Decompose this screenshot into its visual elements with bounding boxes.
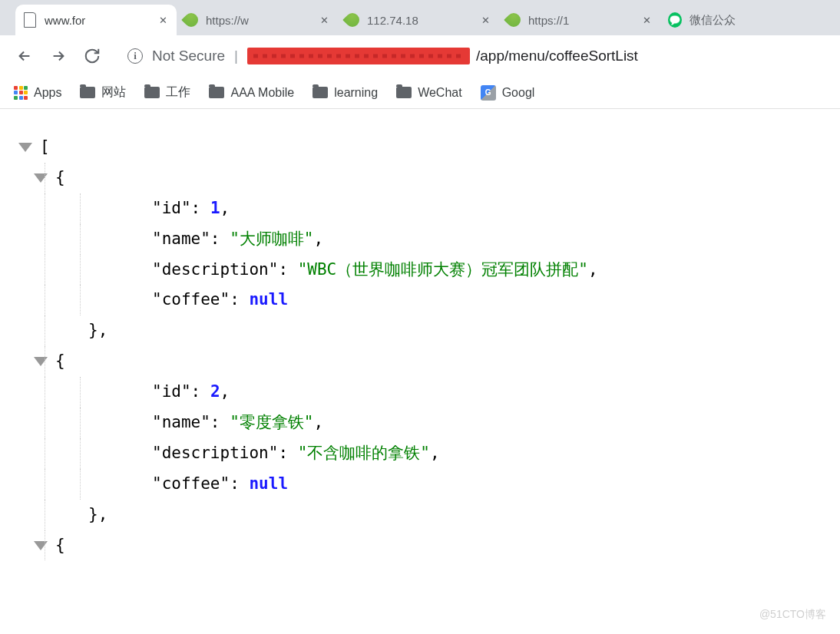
bookmark-label: WeChat (418, 86, 462, 100)
spring-icon (184, 13, 198, 27)
info-icon[interactable] (127, 48, 143, 64)
folder-icon (313, 87, 328, 98)
tab[interactable]: https://1 (499, 5, 660, 35)
bookmark-label: Apps (34, 86, 61, 100)
bookmark-label: Googl (502, 86, 535, 100)
collapse-toggle[interactable] (34, 541, 48, 550)
json-line: "coffee": null (15, 469, 825, 500)
collapse-toggle[interactable] (34, 173, 48, 183)
tab[interactable]: https://w (177, 5, 338, 35)
json-line: "name": "零度拿铁", (15, 408, 825, 438)
tab-title: https://1 (528, 14, 636, 27)
google-translate-icon: G (481, 85, 496, 101)
url-redacted (247, 48, 470, 64)
json-line: "description": "不含咖啡的拿铁", (15, 438, 825, 469)
tab-title: www.for (45, 14, 152, 27)
tab[interactable]: 微信公众 (660, 5, 791, 35)
json-line: { (15, 163, 825, 193)
tab-title: https://w (206, 14, 313, 27)
close-icon[interactable] (318, 14, 330, 26)
tab-strip: www.for https://w 112.74.18 https://1 微信… (0, 0, 840, 35)
folder-icon (396, 87, 412, 98)
json-line: }, (15, 500, 825, 530)
collapse-toggle[interactable] (34, 357, 48, 366)
forward-button[interactable] (45, 42, 72, 70)
json-line: "id": 2, (15, 377, 825, 408)
url-path: /app/menu/coffeeSortList (476, 48, 638, 64)
close-icon[interactable] (640, 14, 653, 26)
json-line: [ (15, 132, 825, 163)
json-line: "coffee": null (15, 285, 825, 315)
bookmark-folder[interactable]: 工作 (144, 84, 190, 101)
apps-button[interactable]: Apps (14, 86, 61, 100)
folder-icon (80, 87, 95, 98)
json-line: "id": 1, (15, 193, 825, 224)
bookmark-label: 工作 (166, 84, 190, 101)
file-icon (23, 13, 37, 27)
bookmark-folder[interactable]: WeChat (396, 86, 462, 100)
json-viewer: [ { "id": 1, "name": "大师咖啡", "descriptio… (0, 109, 840, 583)
tab-title: 112.74.18 (367, 14, 475, 27)
divider: | (234, 48, 238, 64)
apps-icon (14, 86, 28, 100)
bookmark-label: 网站 (101, 84, 126, 101)
bookmarks-bar: Apps 网站 工作 AAA Mobile learning WeChat G … (0, 77, 840, 109)
spring-icon (507, 13, 521, 27)
reload-button[interactable] (78, 42, 106, 70)
tab-active[interactable]: www.for (15, 5, 177, 35)
bookmark-folder[interactable]: AAA Mobile (209, 86, 294, 100)
address-bar[interactable]: Not Secure | /app/menu/coffeeSortList (120, 41, 829, 71)
json-line: "description": "WBC（世界咖啡师大赛）冠军团队拼配", (15, 255, 825, 286)
bookmark-folder[interactable]: 网站 (80, 84, 126, 101)
tab-title: 微信公众 (690, 13, 783, 28)
bookmark-google-translate[interactable]: G Googl (481, 85, 535, 101)
not-secure-label: Not Secure (152, 48, 225, 64)
watermark: @51CTO博客 (759, 608, 826, 622)
tab[interactable]: 112.74.18 (338, 5, 499, 35)
back-button[interactable] (11, 42, 38, 70)
toolbar: Not Secure | /app/menu/coffeeSortList (0, 35, 840, 77)
folder-icon (144, 87, 160, 98)
spring-icon (346, 13, 359, 27)
wechat-icon (668, 13, 682, 27)
json-line: }, (15, 315, 825, 346)
bookmark-label: AAA Mobile (230, 86, 294, 100)
json-line: { (15, 530, 825, 561)
json-line: { (15, 346, 825, 377)
close-icon[interactable] (479, 14, 491, 26)
bookmark-folder[interactable]: learning (313, 86, 378, 100)
collapse-toggle[interactable] (18, 143, 32, 152)
close-icon[interactable] (157, 14, 169, 26)
bookmark-label: learning (334, 86, 378, 100)
json-line: "name": "大师咖啡", (15, 224, 825, 255)
folder-icon (209, 87, 224, 98)
